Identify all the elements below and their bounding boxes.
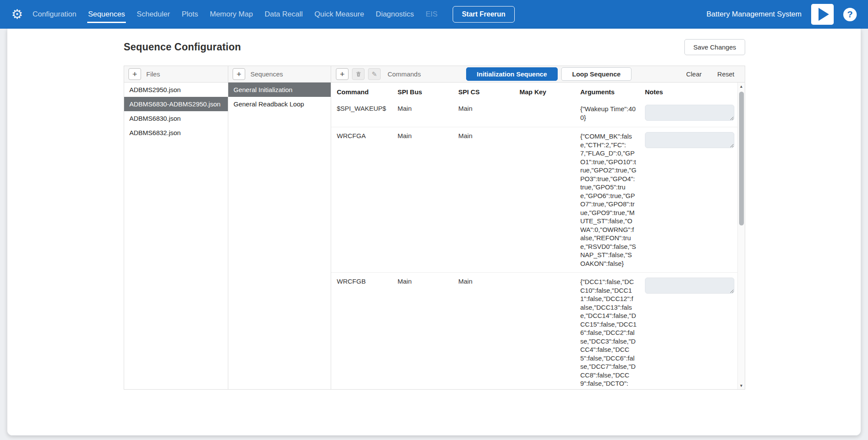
- app-title: Battery Management System: [707, 10, 802, 19]
- tab-loop-sequence[interactable]: Loop Sequence: [561, 67, 631, 81]
- tab-initialization-sequence[interactable]: Initialization Sequence: [466, 67, 558, 81]
- notes-input[interactable]: [645, 278, 734, 294]
- edit-command-button[interactable]: ✎: [368, 68, 381, 80]
- sequence-item-general-initialization[interactable]: General Initialization: [228, 83, 331, 97]
- commands-table: Command SPI Bus SPI CS Map Key Arguments…: [331, 83, 745, 389]
- spi-bus-cell: Main: [398, 105, 458, 112]
- commands-panel-header: + ✎ Commands Initialization Sequence Loo…: [331, 66, 745, 83]
- commands-panel-title: Commands: [388, 70, 421, 78]
- sequences-panel-header: + Sequences: [228, 66, 331, 83]
- clear-button[interactable]: Clear: [686, 70, 702, 78]
- files-panel-title: Files: [146, 70, 160, 78]
- nav-item-eis: EIS: [426, 1, 437, 28]
- pencil-icon: ✎: [372, 71, 377, 77]
- nav-item-memory-map[interactable]: Memory Map: [210, 1, 253, 28]
- spi-cs-cell: Main: [458, 105, 519, 112]
- nav-item-data-recall[interactable]: Data Recall: [265, 1, 303, 28]
- command-cell: WRCFGB: [337, 278, 398, 285]
- command-cell: $SPI_WAKEUP$: [337, 105, 398, 112]
- column-header-arguments: Arguments: [580, 88, 643, 96]
- column-header-command: Command: [337, 88, 398, 96]
- column-header-spi-cs: SPI CS: [458, 88, 519, 96]
- start-freerun-button[interactable]: Start Freerun: [453, 6, 514, 23]
- notes-input[interactable]: [645, 105, 734, 121]
- file-item-adbms6830-adbms2950[interactable]: ADBMS6830-ADBMS2950.json: [124, 97, 228, 111]
- help-icon[interactable]: ?: [843, 8, 857, 21]
- commands-panel: + ✎ Commands Initialization Sequence Loo…: [331, 66, 745, 389]
- nav-item-quick-measure[interactable]: Quick Measure: [315, 1, 364, 28]
- sequence-item-general-readback-loop[interactable]: General Readback Loop: [228, 97, 331, 111]
- nav-item-plots[interactable]: Plots: [182, 1, 198, 28]
- save-changes-button[interactable]: Save Changes: [684, 39, 745, 55]
- page-title: Sequence Configuration: [124, 41, 241, 53]
- scroll-up-icon[interactable]: ▲: [738, 83, 745, 90]
- nav-item-diagnostics[interactable]: Diagnostics: [376, 1, 414, 28]
- gear-icon[interactable]: ⚙: [11, 8, 23, 21]
- scrollbar-thumb[interactable]: [739, 92, 744, 225]
- sequences-panel: + Sequences General Initialization Gener…: [228, 66, 331, 389]
- reset-button[interactable]: Reset: [717, 70, 734, 78]
- file-item-adbms6832[interactable]: ADBMS6832.json: [124, 126, 228, 140]
- sequence-type-tabs: Initialization Sequence Loop Sequence: [466, 67, 631, 81]
- commands-table-header: Command SPI Bus SPI CS Map Key Arguments…: [331, 83, 737, 100]
- nav-item-scheduler[interactable]: Scheduler: [137, 1, 170, 28]
- column-header-map-key: Map Key: [519, 88, 580, 96]
- scroll-down-icon[interactable]: ▼: [738, 382, 745, 389]
- arguments-cell: {"DCC1":false,"DCC10":false,"DCC11":fals…: [580, 278, 643, 389]
- arguments-cell: {"Wakeup Time":400}: [580, 105, 643, 122]
- panels-container: + Files ADBMS2950.json ADBMS6830-ADBMS29…: [124, 66, 745, 390]
- delete-command-button[interactable]: [352, 68, 365, 80]
- column-header-notes: Notes: [643, 88, 737, 96]
- sequences-panel-title: Sequences: [250, 70, 283, 78]
- notes-input[interactable]: [645, 132, 734, 148]
- arguments-cell: {"COMM_BK":false,"CTH":2,"FC":7,"FLAG_D"…: [580, 132, 643, 268]
- files-panel-header: + Files: [124, 66, 228, 83]
- column-header-spi-bus: SPI Bus: [398, 88, 458, 96]
- trash-icon: [355, 71, 362, 77]
- spi-bus-cell: Main: [398, 132, 458, 139]
- nav-item-sequences[interactable]: Sequences: [88, 1, 125, 28]
- table-row[interactable]: WRCFGB Main Main {"DCC1":false,"DCC10":f…: [331, 273, 737, 389]
- play-button[interactable]: [811, 4, 834, 25]
- add-sequence-button[interactable]: +: [233, 68, 245, 80]
- spi-cs-cell: Main: [458, 278, 519, 285]
- top-navbar: ⚙ Configuration Sequences Scheduler Plot…: [0, 0, 868, 29]
- main-card: Sequence Configuration Save Changes + Fi…: [7, 29, 861, 436]
- file-item-adbms6830[interactable]: ADBMS6830.json: [124, 111, 228, 126]
- table-row[interactable]: WRCFGA Main Main {"COMM_BK":false,"CTH":…: [331, 127, 737, 273]
- files-panel: + Files ADBMS2950.json ADBMS6830-ADBMS29…: [124, 66, 228, 389]
- vertical-scrollbar[interactable]: ▲ ▼: [737, 83, 745, 389]
- add-file-button[interactable]: +: [128, 68, 141, 80]
- table-row[interactable]: $SPI_WAKEUP$ Main Main {"Wakeup Time":40…: [331, 100, 737, 127]
- spi-bus-cell: Main: [398, 278, 458, 285]
- add-command-button[interactable]: +: [336, 68, 349, 80]
- spi-cs-cell: Main: [458, 132, 519, 139]
- command-cell: WRCFGA: [337, 132, 398, 139]
- play-icon: [819, 8, 829, 21]
- file-item-adbms2950[interactable]: ADBMS2950.json: [124, 83, 228, 97]
- nav-item-configuration[interactable]: Configuration: [33, 1, 76, 28]
